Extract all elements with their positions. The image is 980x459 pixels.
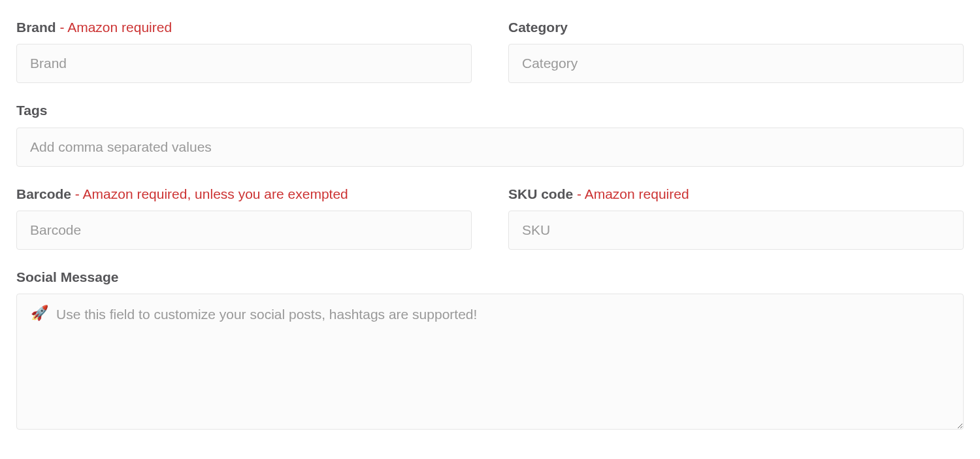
category-label-line: Category [508,18,964,36]
social-label-line: Social Message [16,268,964,286]
sku-label-line: SKU code - Amazon required [508,185,964,203]
tags-label-line: Tags [16,101,964,119]
barcode-label: Barcode [16,186,71,201]
brand-group: Brand - Amazon required [16,18,472,83]
tags-input[interactable] [16,128,964,167]
category-group: Category [508,18,964,83]
barcode-hint: - Amazon required, unless you are exempt… [71,186,348,201]
brand-label: Brand [16,20,56,35]
social-label: Social Message [16,269,118,284]
sku-label: SKU code [508,186,573,201]
tags-group: Tags [16,101,964,166]
social-group: Social Message 🚀 [16,268,964,432]
barcode-input[interactable] [16,211,472,250]
social-message-input[interactable] [16,294,964,430]
brand-input[interactable] [16,44,472,83]
sku-hint: - Amazon required [573,186,689,201]
category-input[interactable] [508,44,964,83]
brand-label-line: Brand - Amazon required [16,18,472,36]
barcode-label-line: Barcode - Amazon required, unless you ar… [16,185,472,203]
category-label: Category [508,20,568,35]
brand-hint: - Amazon required [56,20,172,35]
sku-group: SKU code - Amazon required [508,185,964,250]
barcode-group: Barcode - Amazon required, unless you ar… [16,185,472,250]
sku-input[interactable] [508,211,964,250]
tags-label: Tags [16,103,47,118]
